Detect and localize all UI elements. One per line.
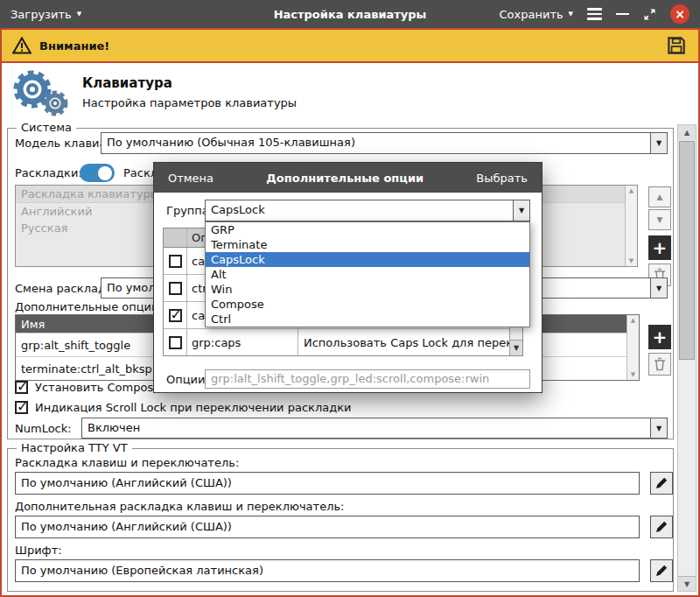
expand-icon xyxy=(643,8,656,21)
scroll-up-icon[interactable]: ▲ xyxy=(631,317,635,324)
scroll-down-icon[interactable]: ▼ xyxy=(678,576,696,591)
pencil-icon xyxy=(655,565,668,577)
layout-move-down-button[interactable]: ▼ xyxy=(648,209,671,230)
option-desc: Использовать Caps Lock для переключе xyxy=(298,336,522,349)
warning-icon xyxy=(12,37,32,54)
plus-icon: + xyxy=(653,237,668,258)
dialog-header: Отмена Дополнительные опции Выбрать xyxy=(154,163,542,193)
warning-bar: Внимание! xyxy=(2,30,698,63)
numlock-value: Включен xyxy=(82,418,650,438)
arrow-up-icon: ▲ xyxy=(657,193,663,201)
scroll-down-icon[interactable]: ▼ xyxy=(629,257,634,264)
caret-down-icon: ▼ xyxy=(77,11,81,18)
close-icon: × xyxy=(675,7,685,21)
keyboard-gears-icon xyxy=(9,67,72,117)
option-name: grp:caps xyxy=(186,329,298,356)
arrow-down-icon: ▼ xyxy=(657,215,663,224)
tty-extra-layout-field: По умолчанию (Английский (США)) xyxy=(15,516,640,538)
table-row[interactable]: grp:caps Использовать Caps Lock для пере… xyxy=(164,329,522,356)
tty-extra-layout-edit-button[interactable] xyxy=(650,516,673,538)
caret-down-icon: ▼ xyxy=(569,11,573,18)
group-value: CapsLock xyxy=(206,200,513,221)
extra-option-add-button[interactable]: + xyxy=(648,325,671,349)
keyboard-model-value: По умолчанию (Обычная 105-клавишная) xyxy=(102,133,650,153)
menu-button[interactable] xyxy=(587,8,602,20)
layouts-toggle[interactable] xyxy=(80,164,115,182)
caret-down-icon[interactable]: ▼ xyxy=(513,200,529,221)
main-scrollbar[interactable]: ▲ ▼ xyxy=(677,124,696,592)
tty-legend: Настройка TTY VT xyxy=(17,441,132,454)
caret-down-icon[interactable]: ▼ xyxy=(650,418,667,438)
scrolllock-checkbox-row: Индикация Scroll Lock при переключении р… xyxy=(15,401,351,414)
row-checkbox[interactable] xyxy=(169,255,182,268)
save-file-button[interactable] xyxy=(665,34,688,57)
tty-extra-layout-label: Дополнительная раскладка клавиш и перекл… xyxy=(15,500,344,513)
caret-down-icon[interactable]: ▼ xyxy=(650,133,667,153)
options-string-label: Опции: xyxy=(166,373,209,386)
dropdown-item[interactable]: Ctrl xyxy=(206,312,529,327)
load-menu-label: Загрузить xyxy=(10,8,72,21)
tty-layout-edit-button[interactable] xyxy=(650,472,673,495)
row-checkbox[interactable] xyxy=(169,336,182,349)
extra-options-scrollbar[interactable]: ▲ ▼ xyxy=(626,315,639,380)
trash-icon xyxy=(654,357,666,371)
tty-font-edit-button[interactable] xyxy=(650,559,673,582)
compose-checkbox-row: Установить Compose xyxy=(15,381,160,394)
tty-groupbox: Настройка TTY VT Раскладка клавиш и пере… xyxy=(7,448,674,592)
keyboard-model-select[interactable]: По умолчанию (Обычная 105-клавишная) ▼ xyxy=(101,132,668,154)
compose-checkbox[interactable] xyxy=(15,381,28,394)
plus-icon: + xyxy=(653,327,668,348)
minimize-icon xyxy=(616,13,629,16)
additional-options-dialog: Отмена Дополнительные опции Выбрать Груп… xyxy=(153,162,542,393)
layout-move-up-button[interactable]: ▲ xyxy=(648,186,671,207)
options-string-input[interactable]: grp:lalt_lshift_toggle,grp_led:scroll,co… xyxy=(205,369,530,389)
row-checkbox[interactable] xyxy=(169,309,182,322)
dropdown-item-selected[interactable]: CapsLock xyxy=(206,252,529,267)
warning-text: Внимание! xyxy=(39,39,109,53)
pencil-icon xyxy=(655,477,668,489)
scroll-down-icon[interactable]: ▼ xyxy=(631,371,635,378)
scrolllock-checkbox-label: Индикация Scroll Lock при переключении р… xyxy=(35,401,351,414)
hamburger-icon xyxy=(587,8,602,11)
extra-option-delete-button[interactable] xyxy=(648,353,671,376)
load-menu-button[interactable]: Загрузить ▼ xyxy=(10,8,81,21)
page-subtitle: Настройка параметров клавиатуры xyxy=(82,96,297,109)
dropdown-item[interactable]: Alt xyxy=(206,267,529,282)
keyboard-settings-window: Загрузить ▼ Настройка клавиатуры Сохрани… xyxy=(0,0,700,597)
extra-options-label: Дополнительные опции: xyxy=(15,300,163,313)
scrolllock-checkbox[interactable] xyxy=(15,401,28,414)
scroll-down-icon[interactable]: ▼ xyxy=(510,340,522,355)
tty-layout-label: Раскладка клавиш и переключатель: xyxy=(15,456,239,469)
layout-list-scrollbar[interactable]: ▲ ▼ xyxy=(625,186,637,266)
dialog-cancel-button[interactable]: Отмена xyxy=(168,172,214,185)
minimize-button[interactable] xyxy=(616,13,629,16)
group-dropdown-list: GRP Terminate CapsLock Alt Win Compose C… xyxy=(205,221,530,327)
system-legend: Система xyxy=(17,121,76,134)
save-menu-button[interactable]: Сохранить ▼ xyxy=(499,8,573,21)
caret-down-icon[interactable]: ▼ xyxy=(650,278,667,298)
dialog-title: Дополнительные опции xyxy=(266,172,424,185)
dropdown-item[interactable]: GRP xyxy=(206,222,529,237)
layout-add-button[interactable]: + xyxy=(648,235,671,260)
main-scrollbar-thumb[interactable] xyxy=(679,141,695,360)
numlock-label: NumLock: xyxy=(15,422,72,435)
numlock-select[interactable]: Включен ▼ xyxy=(81,418,668,439)
tty-font-field: По умолчанию (Европейская латинская) xyxy=(15,559,640,582)
dropdown-item[interactable]: Terminate xyxy=(206,237,529,252)
compose-checkbox-label: Установить Compose xyxy=(35,381,160,394)
close-button[interactable]: × xyxy=(670,4,690,24)
dialog-select-button[interactable]: Выбрать xyxy=(476,172,528,185)
group-select[interactable]: CapsLock ▼ xyxy=(205,200,530,221)
scroll-up-icon[interactable]: ▲ xyxy=(629,187,634,194)
tty-font-label: Шрифт: xyxy=(15,544,62,557)
dropdown-item[interactable]: Compose xyxy=(206,297,529,312)
scroll-up-icon[interactable]: ▲ xyxy=(678,125,696,140)
dropdown-item[interactable]: Win xyxy=(206,282,529,297)
layouts-label: Раскладки: xyxy=(15,166,82,179)
maximize-button[interactable] xyxy=(643,8,656,21)
row-checkbox[interactable] xyxy=(169,282,182,295)
floppy-save-icon xyxy=(665,34,688,57)
save-menu-label: Сохранить xyxy=(499,8,563,21)
page-title: Клавиатура xyxy=(82,75,172,91)
pencil-icon xyxy=(655,521,668,533)
